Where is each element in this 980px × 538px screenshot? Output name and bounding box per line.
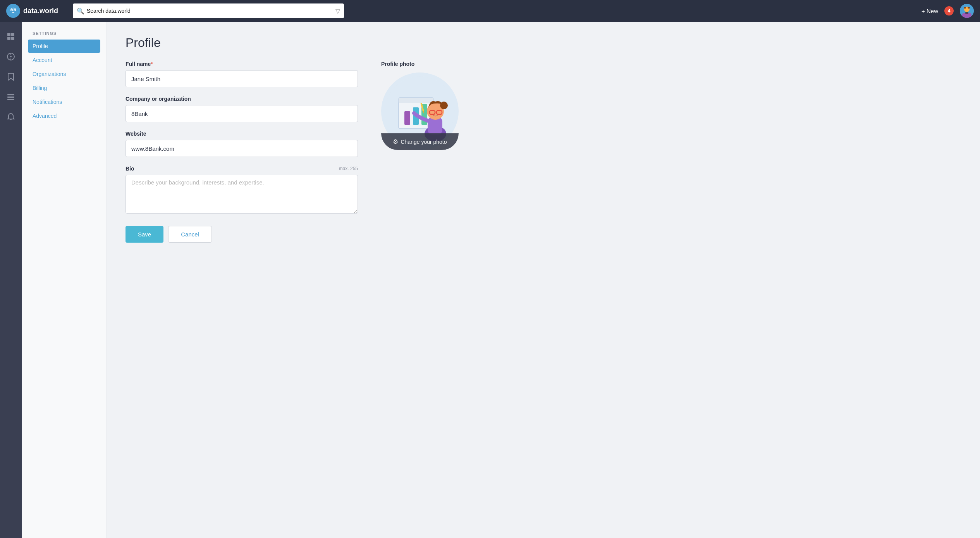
bio-group: Bio max. 255 xyxy=(126,166,358,215)
full-name-label: Full name* xyxy=(126,61,358,67)
logo-text: data.world xyxy=(23,7,58,15)
svg-rect-6 xyxy=(962,13,971,18)
change-photo-label: Change your photo xyxy=(401,139,447,145)
page-title: Profile xyxy=(126,36,961,50)
logo-icon xyxy=(6,4,20,18)
company-label: Company or organization xyxy=(126,96,358,102)
svg-rect-23 xyxy=(399,98,433,103)
settings-nav-billing[interactable]: Billing xyxy=(28,81,100,95)
settings-nav-profile[interactable]: Profile xyxy=(28,40,100,53)
svg-rect-13 xyxy=(11,37,14,40)
gear-icon: ⚙ xyxy=(393,138,398,145)
company-input[interactable] xyxy=(126,105,358,122)
search-input[interactable] xyxy=(73,3,344,18)
svg-point-15 xyxy=(10,56,12,57)
save-button[interactable]: Save xyxy=(126,226,163,243)
cancel-button[interactable]: Cancel xyxy=(168,226,212,243)
search-icon: 🔍 xyxy=(77,7,84,15)
svg-rect-7 xyxy=(964,7,966,9)
settings-nav-notifications[interactable]: Notifications xyxy=(28,95,100,109)
company-group: Company or organization xyxy=(126,96,358,122)
settings-nav-account[interactable]: Account xyxy=(28,53,100,67)
photo-section: Profile photo xyxy=(381,61,459,150)
notification-badge[interactable]: 4 xyxy=(944,6,954,16)
settings-sidebar: SETTINGS Profile Account Organizations B… xyxy=(22,22,107,538)
change-photo-button[interactable]: ⚙ Change your photo xyxy=(381,133,459,150)
sidebar-icon-bookmark[interactable] xyxy=(2,68,19,85)
sidebar-icon-list[interactable] xyxy=(2,88,19,105)
form-left: Full name* Company or organization Websi… xyxy=(126,61,358,243)
profile-form-area: Full name* Company or organization Websi… xyxy=(126,61,961,243)
search-bar: 🔍 ▽ xyxy=(73,3,344,18)
svg-rect-9 xyxy=(965,12,968,14)
top-navigation: data.world 🔍 ▽ + New 4 xyxy=(0,0,980,22)
filter-icon[interactable]: ▽ xyxy=(335,7,340,15)
svg-point-3 xyxy=(14,10,15,11)
svg-rect-24 xyxy=(404,111,410,125)
svg-rect-20 xyxy=(7,99,14,100)
sidebar-icon-bell[interactable] xyxy=(2,109,19,126)
sidebar-icon-compass[interactable] xyxy=(2,48,19,65)
photo-label: Profile photo xyxy=(381,61,414,67)
full-name-input[interactable] xyxy=(126,70,358,87)
photo-container: ⚙ Change your photo xyxy=(381,72,459,150)
icon-sidebar xyxy=(0,22,22,538)
main-content: Profile Full name* Company or organizati… xyxy=(107,22,980,538)
nav-right: + New 4 xyxy=(922,4,974,18)
settings-section-label: SETTINGS xyxy=(28,31,100,36)
user-avatar[interactable] xyxy=(960,4,974,18)
svg-rect-19 xyxy=(7,97,14,98)
settings-nav-advanced[interactable]: Advanced xyxy=(28,109,100,122)
svg-point-2 xyxy=(11,10,12,11)
svg-rect-8 xyxy=(968,7,970,9)
form-buttons: Save Cancel xyxy=(126,226,358,243)
website-input[interactable] xyxy=(126,140,358,157)
new-button[interactable]: + New xyxy=(922,8,938,14)
app-body: SETTINGS Profile Account Organizations B… xyxy=(0,22,980,538)
settings-nav-organizations[interactable]: Organizations xyxy=(28,67,100,81)
website-group: Website xyxy=(126,131,358,157)
bio-max-chars: max. 255 xyxy=(339,166,358,171)
svg-rect-12 xyxy=(7,37,10,40)
website-label: Website xyxy=(126,131,358,137)
sidebar-icon-grid[interactable] xyxy=(2,28,19,45)
logo-area[interactable]: data.world xyxy=(6,4,68,18)
bio-header: Bio max. 255 xyxy=(126,166,358,172)
svg-rect-11 xyxy=(11,33,14,36)
svg-point-30 xyxy=(440,102,448,109)
required-asterisk: * xyxy=(151,61,153,67)
full-name-group: Full name* xyxy=(126,61,358,87)
bio-label: Bio xyxy=(126,166,134,172)
bio-textarea[interactable] xyxy=(126,175,358,214)
svg-rect-18 xyxy=(7,94,14,95)
svg-rect-10 xyxy=(7,33,10,36)
